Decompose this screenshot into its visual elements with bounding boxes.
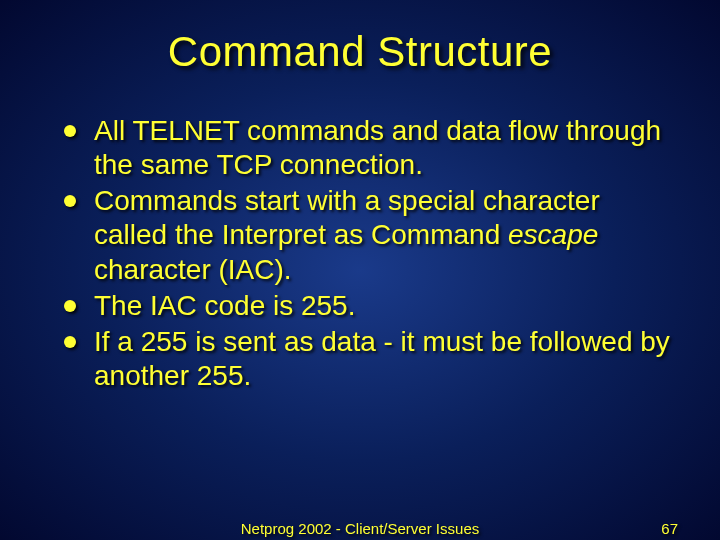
bullet-text: The IAC code is 255. <box>94 290 355 321</box>
footer-text: Netprog 2002 - Client/Server Issues <box>241 520 479 537</box>
bullet-text-post: character (IAC). <box>94 254 292 285</box>
bullet-text: If a 255 is sent as data - it must be fo… <box>94 326 670 391</box>
bullet-item: The IAC code is 255. <box>64 289 670 323</box>
bullet-list: All TELNET commands and data flow throug… <box>50 114 670 393</box>
bullet-item: All TELNET commands and data flow throug… <box>64 114 670 182</box>
bullet-text-em: escape <box>508 219 598 250</box>
bullet-text: All TELNET commands and data flow throug… <box>94 115 661 180</box>
bullet-item: If a 255 is sent as data - it must be fo… <box>64 325 670 393</box>
bullet-item: Commands start with a special character … <box>64 184 670 286</box>
slide-number: 67 <box>661 520 678 537</box>
slide-title: Command Structure <box>50 28 670 76</box>
slide: Command Structure All TELNET commands an… <box>0 0 720 540</box>
